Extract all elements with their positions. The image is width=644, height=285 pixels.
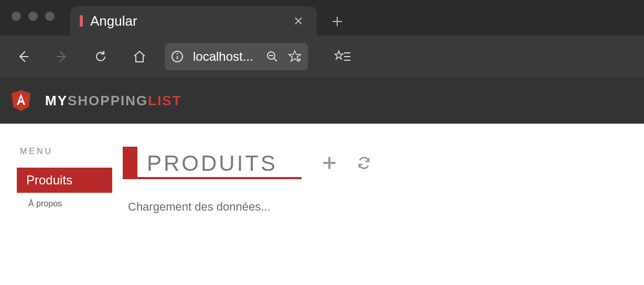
back-button[interactable] (6, 44, 40, 69)
window-maximize-dot[interactable] (45, 12, 55, 21)
info-icon[interactable] (171, 50, 184, 63)
sidebar: MENU Produits À propos (17, 147, 112, 215)
window-controls[interactable] (7, 12, 70, 36)
refresh-button[interactable] (84, 44, 117, 69)
home-button[interactable] (123, 44, 156, 69)
app-header: MYSHOPPINGLIST (0, 78, 644, 124)
new-tab-button[interactable] (317, 16, 358, 36)
main-content: PRODUITS Chargement des données... (123, 147, 627, 215)
window-minimize-dot[interactable] (28, 12, 38, 21)
favorite-add-icon[interactable] (288, 50, 302, 63)
zoom-out-icon[interactable] (266, 50, 278, 63)
window-close-dot[interactable] (12, 12, 21, 21)
address-bar[interactable]: localhost... (165, 43, 308, 70)
page-title-block: PRODUITS (123, 147, 302, 179)
favorites-list-icon[interactable] (326, 44, 359, 69)
page-title: PRODUITS (147, 151, 302, 177)
address-text: localhost... (193, 49, 256, 64)
loading-message: Chargement des données... (123, 200, 627, 214)
close-tab-icon[interactable] (289, 16, 307, 26)
tab-favicon (80, 15, 83, 27)
sidebar-item-apropos[interactable]: À propos (17, 193, 112, 215)
refresh-data-button[interactable] (357, 156, 371, 170)
title-accent-bar (123, 147, 137, 177)
svg-point-1 (177, 53, 178, 54)
brand-part-list: LIST (148, 93, 181, 108)
angular-logo-icon (12, 90, 30, 111)
brand-part-shopping: SHOPPING (68, 93, 148, 108)
forward-button[interactable] (45, 44, 79, 69)
browser-tab[interactable]: Angular (70, 6, 317, 36)
brand-part-my: MY (45, 93, 68, 108)
menu-heading: MENU (17, 147, 112, 156)
add-button[interactable] (323, 156, 336, 170)
brand-title: MYSHOPPINGLIST (45, 93, 182, 109)
tab-title: Angular (90, 13, 282, 29)
sidebar-item-produits[interactable]: Produits (17, 168, 112, 193)
